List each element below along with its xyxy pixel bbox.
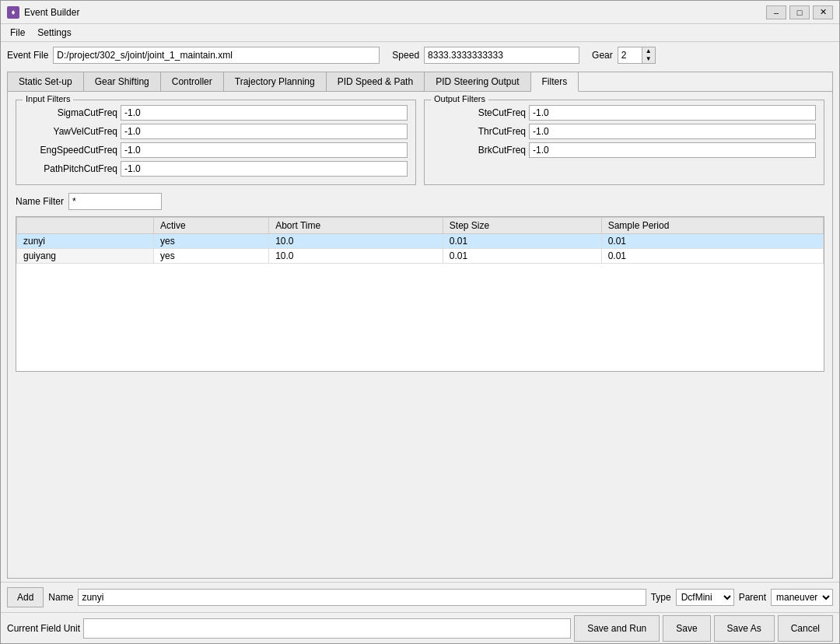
gear-spinner: ▲ ▼ (618, 47, 656, 64)
col-header-active: Active (154, 218, 269, 234)
menu-bar: File Settings (1, 24, 839, 42)
save-button[interactable]: Save (663, 615, 710, 642)
minimize-button[interactable]: – (766, 5, 786, 19)
menu-file[interactable]: File (4, 26, 31, 40)
maximize-button[interactable]: □ (789, 5, 810, 19)
filter-sigma: SigmaCutFreq (24, 105, 408, 121)
name-filter-row: Name Filter (16, 193, 824, 210)
tab-pid-speed-path[interactable]: PID Speed & Path (327, 72, 425, 91)
filter-pathpitch: PathPitchCutFreq (24, 161, 408, 177)
current-field-label: Current Field Unit (7, 623, 80, 634)
gear-down-button[interactable]: ▼ (642, 55, 655, 63)
brk-label: BrkCutFreq (432, 145, 526, 156)
output-filters-title: Output Filters (431, 94, 488, 103)
tab-trajectory-planning[interactable]: Trajectory Planning (224, 72, 327, 91)
output-filters-group: Output Filters SteCutFreq ThrCutFreq Brk… (424, 100, 824, 185)
type-select[interactable]: DcfMini DcfFull Standard (676, 589, 734, 606)
filters-row: Input Filters SigmaCutFreq YawVelCutFreq… (16, 100, 824, 185)
filter-yaw: YawVelCutFreq (24, 124, 408, 139)
sigma-label: SigmaCutFreq (24, 107, 117, 118)
close-button[interactable]: ✕ (813, 5, 833, 19)
main-window: ♦ Event Builder – □ ✕ File Settings Even… (0, 0, 840, 644)
pathpitch-label: PathPitchCutFreq (24, 163, 117, 174)
input-filters-title: Input Filters (23, 94, 73, 103)
col-header-step-size: Step Size (443, 218, 601, 234)
thr-label: ThrCutFreq (432, 126, 526, 137)
cell-abort-time-1: 10.0 (269, 249, 443, 264)
name-filter-label: Name Filter (16, 196, 64, 207)
tab-pid-steering[interactable]: PID Steering Output (425, 72, 530, 91)
gear-label: Gear (592, 50, 613, 61)
cancel-button[interactable]: Cancel (778, 615, 833, 642)
name-label: Name (48, 592, 73, 603)
save-as-button[interactable]: Save As (714, 615, 775, 642)
speed-input[interactable] (424, 47, 579, 64)
filter-brk: BrkCutFreq (432, 142, 816, 158)
app-icon: ♦ (7, 6, 19, 19)
ste-input[interactable] (529, 105, 816, 121)
gear-up-button[interactable]: ▲ (642, 47, 655, 55)
data-table-container: Active Abort Time Step Size Sample Perio… (16, 216, 824, 372)
cell-abort-time-0: 10.0 (269, 234, 443, 249)
filter-engspeed: EngSpeedCutFreq (24, 142, 408, 158)
filter-thr: ThrCutFreq (432, 124, 816, 139)
name-input[interactable] (78, 589, 646, 606)
current-field-input[interactable] (83, 618, 571, 639)
toolbar: Event File Speed Gear ▲ ▼ (1, 42, 839, 68)
title-bar: ♦ Event Builder – □ ✕ (1, 1, 839, 24)
cell-sample-period-1: 0.01 (601, 249, 823, 264)
parent-label: Parent (739, 592, 766, 603)
table-row[interactable]: guiyang yes 10.0 0.01 0.01 (17, 249, 824, 264)
window-title: Event Builder (24, 7, 766, 18)
gear-spinner-buttons: ▲ ▼ (642, 47, 655, 63)
save-run-button[interactable]: Save and Run (574, 615, 660, 642)
cell-active-0: yes (154, 234, 269, 249)
menu-settings[interactable]: Settings (31, 26, 77, 40)
tabs-container: Static Set-up Gear Shifting Controller T… (7, 72, 833, 91)
data-table: Active Abort Time Step Size Sample Perio… (16, 217, 824, 264)
table-header-row: Active Abort Time Step Size Sample Perio… (17, 218, 824, 234)
col-header-sample-period: Sample Period (601, 218, 823, 234)
pathpitch-input[interactable] (121, 161, 408, 177)
brk-input[interactable] (529, 142, 816, 158)
yaw-label: YawVelCutFreq (24, 126, 117, 137)
ste-label: SteCutFreq (432, 107, 526, 118)
speed-label: Speed (392, 50, 419, 61)
tab-filters[interactable]: Filters (531, 72, 579, 92)
window-controls: – □ ✕ (766, 5, 833, 19)
footer-bar: Current Field Unit Save and Run Save Sav… (1, 612, 839, 643)
col-header-abort-time: Abort Time (269, 218, 443, 234)
content-area: Static Set-up Gear Shifting Controller T… (1, 68, 839, 582)
cell-active-1: yes (154, 249, 269, 264)
bottom-bar: Add Name Type DcfMini DcfFull Standard P… (1, 582, 839, 612)
gear-input[interactable] (618, 47, 642, 63)
input-filters-group: Input Filters SigmaCutFreq YawVelCutFreq… (16, 100, 416, 185)
engspeed-label: EngSpeedCutFreq (24, 145, 117, 156)
add-button[interactable]: Add (7, 587, 44, 607)
sigma-input[interactable] (121, 105, 408, 121)
tab-controller[interactable]: Controller (161, 72, 224, 91)
cell-step-size-0: 0.01 (443, 234, 601, 249)
parent-select[interactable]: maneuver none (771, 589, 833, 606)
cell-sample-period-0: 0.01 (601, 234, 823, 249)
tab-static-setup[interactable]: Static Set-up (8, 72, 84, 91)
event-file-label: Event File (7, 50, 48, 61)
cell-step-size-1: 0.01 (443, 249, 601, 264)
filter-ste: SteCutFreq (432, 105, 816, 121)
yaw-input[interactable] (121, 124, 408, 139)
tab-gear-shifting[interactable]: Gear Shifting (84, 72, 161, 91)
col-header-name (17, 218, 154, 234)
cell-name-1: guiyang (17, 249, 154, 264)
name-filter-input[interactable] (68, 193, 162, 210)
type-label: Type (651, 592, 671, 603)
thr-input[interactable] (529, 124, 816, 139)
cell-name-0: zunyi (17, 234, 154, 249)
engspeed-input[interactable] (121, 142, 408, 158)
tab-content-filters: Input Filters SigmaCutFreq YawVelCutFreq… (7, 91, 833, 579)
table-row[interactable]: zunyi yes 10.0 0.01 0.01 (17, 234, 824, 249)
event-file-input[interactable] (53, 47, 380, 64)
